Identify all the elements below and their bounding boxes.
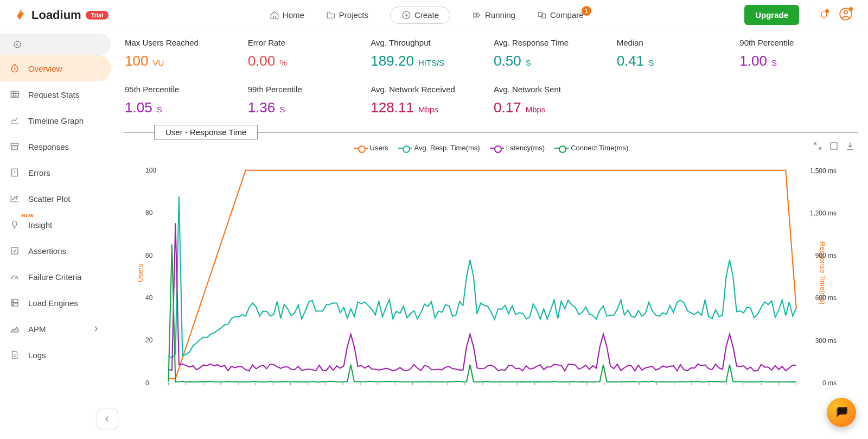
legend-users[interactable]: Users <box>354 144 388 152</box>
header-right: Upgrade <box>744 5 853 25</box>
metric-unit: S <box>524 58 531 67</box>
nav-compare[interactable]: Compare 1 <box>537 10 584 20</box>
compare-badge: 1 <box>582 6 591 16</box>
chart-svg[interactable] <box>145 156 837 390</box>
sidebar-item-timeline-graph[interactable]: Timeline Graph <box>0 107 111 133</box>
expand-icon[interactable] <box>829 141 839 151</box>
download-icon[interactable] <box>845 141 855 151</box>
chevron-left-circle-icon <box>13 40 22 49</box>
y-tick-right: 1,200 ms <box>810 209 837 217</box>
legend-latency[interactable]: Latency(ms) <box>490 144 545 152</box>
metric-value: 0.00 % <box>248 53 366 69</box>
notifications-button[interactable] <box>819 9 829 21</box>
logo-mark-icon <box>15 9 27 21</box>
sidebar-item-label: Overview <box>28 64 62 73</box>
header: Loadium Trial Home Projects Create Runni… <box>0 0 868 30</box>
metric-card: Avg. Network Sent 0.17 Mbps <box>494 85 611 116</box>
divider <box>809 8 809 23</box>
nav-projects[interactable]: Projects <box>326 10 368 20</box>
metric-value: 128.11 Mbps <box>371 99 488 116</box>
nav-running[interactable]: Running <box>472 10 515 20</box>
metric-label: 95th Percentile <box>125 85 242 94</box>
archive-icon <box>10 142 20 151</box>
legend-swatch-icon <box>354 144 368 152</box>
sidebar-item-apm[interactable]: APM <box>0 316 111 342</box>
brand-logo[interactable]: Loadium Trial <box>15 8 108 22</box>
metrics-grid: Max Users Reached 100 VUError Rate 0.00 … <box>124 36 858 130</box>
fast-forward-icon <box>472 10 482 20</box>
sidebar-collapse-bottom[interactable] <box>97 409 118 429</box>
svg-rect-7 <box>11 91 18 98</box>
metric-card: 99th Percentile 1.36 S <box>248 85 366 116</box>
compare-icon <box>537 10 547 20</box>
y-tick-right: 300 ms <box>815 337 837 345</box>
chart-area: Users Response Time(ms) 0204060801000 ms… <box>145 156 837 390</box>
sidebar-item-errors[interactable]: Errors <box>0 160 111 186</box>
y-tick-right: 0 ms <box>822 379 837 387</box>
metric-unit: HITS/S <box>416 58 445 67</box>
nav-create-label: Create <box>414 10 439 20</box>
chart-legend: Users Avg. Resp. Time(ms) Latency(ms) Co… <box>124 144 858 152</box>
layout: OverviewRequest StatsTimeline GraphRespo… <box>0 30 868 439</box>
sidebar-item-load-engines[interactable]: Load Engines <box>0 290 111 316</box>
bulb-icon <box>10 220 20 230</box>
metric-unit: S <box>769 58 777 67</box>
chart-title: User - Response Time <box>154 125 258 139</box>
sidebar-item-request-stats[interactable]: Request Stats <box>0 81 111 107</box>
svg-point-5 <box>14 41 21 48</box>
legend-swatch-icon <box>554 144 569 152</box>
plus-circle-icon <box>401 10 411 20</box>
sidebar-item-assertions[interactable]: Assertions <box>0 238 111 264</box>
main-nav: Home Projects Create Running Compare 1 <box>122 7 731 24</box>
sidebar-item-responses[interactable]: Responses <box>0 133 111 160</box>
metric-label: Avg. Response Time <box>494 38 611 47</box>
metric-label: Avg. Network Sent <box>494 85 611 94</box>
sidebar-item-overview[interactable]: Overview <box>0 55 111 81</box>
nav-home-label: Home <box>283 10 304 20</box>
legend-connect[interactable]: Connect Time(ms) <box>554 144 628 152</box>
gauge-icon <box>10 272 20 282</box>
sidebar-item-logs[interactable]: Logs <box>0 342 111 368</box>
metric-value: 0.50 S <box>494 53 611 69</box>
sidebar-item-label: Load Engines <box>28 298 78 308</box>
brand-name: Loadium <box>31 8 81 22</box>
y-tick-left: 100 <box>145 167 156 174</box>
chat-fab[interactable] <box>827 398 856 427</box>
user-menu-button[interactable] <box>839 7 853 23</box>
refresh-icon[interactable] <box>813 141 822 151</box>
sidebar-item-failure-criteria[interactable]: Failure Criteria <box>0 264 111 290</box>
metric-unit: S <box>155 105 162 114</box>
sidebar-item-scatter-plot[interactable]: Scatter Plot <box>0 186 111 212</box>
series-latency-ms- <box>168 223 796 371</box>
legend-swatch-icon <box>490 144 504 152</box>
svg-point-19 <box>12 304 14 306</box>
y-tick-left: 60 <box>145 252 152 259</box>
nav-compare-label: Compare <box>550 10 584 20</box>
folder-icon <box>326 10 336 20</box>
metric-card: Avg. Network Received 128.11 Mbps <box>371 85 488 116</box>
home-icon <box>270 10 279 20</box>
metric-unit: Mbps <box>524 105 546 114</box>
metric-label: Avg. Network Received <box>371 85 488 94</box>
alert-file-icon <box>10 168 20 177</box>
svg-point-12 <box>14 197 15 198</box>
legend-resp-time[interactable]: Avg. Resp. Time(ms) <box>398 144 480 152</box>
metric-label: Median <box>617 38 735 47</box>
sidebar-collapse-top[interactable] <box>0 34 111 55</box>
avatar-dot-icon <box>849 7 853 11</box>
new-badge: NEW <box>22 213 34 218</box>
scatter-icon <box>10 194 20 203</box>
nav-create[interactable]: Create <box>390 7 450 24</box>
y-tick-right: 600 ms <box>815 294 837 302</box>
legend-connect-label: Connect Time(ms) <box>571 144 628 152</box>
svg-point-13 <box>16 198 17 199</box>
sidebar-item-label: Scatter Plot <box>28 194 71 203</box>
chevron-right-icon <box>91 324 101 334</box>
metric-card: 95th Percentile 1.05 S <box>125 85 242 116</box>
chat-icon <box>834 405 848 419</box>
line-up-icon <box>10 116 20 125</box>
sidebar: OverviewRequest StatsTimeline GraphRespo… <box>0 30 114 439</box>
upgrade-button[interactable]: Upgrade <box>744 5 799 25</box>
nav-home[interactable]: Home <box>270 10 304 20</box>
sidebar-item-insight[interactable]: NEWInsight <box>0 212 111 238</box>
